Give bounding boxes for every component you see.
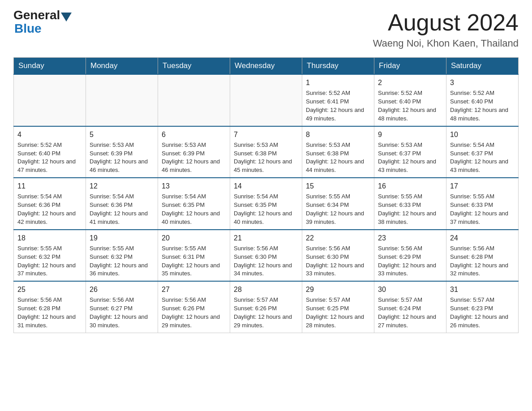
day-info: Sunrise: 5:56 AM — [378, 244, 442, 253]
day-info: Daylight: 12 hours and 48 minutes. — [378, 106, 442, 123]
day-number: 7 — [234, 129, 298, 140]
calendar-cell: 6Sunrise: 5:53 AMSunset: 6:39 PMDaylight… — [158, 126, 230, 178]
header-cell-wednesday: Wednesday — [230, 58, 302, 75]
day-info: Sunset: 6:25 PM — [306, 304, 370, 313]
day-info: Sunset: 6:32 PM — [90, 253, 154, 261]
calendar-cell: 14Sunrise: 5:54 AMSunset: 6:35 PMDayligh… — [230, 178, 302, 230]
day-info: Daylight: 12 hours and 34 minutes. — [234, 261, 298, 278]
day-number: 29 — [306, 284, 370, 295]
calendar-cell: 3Sunrise: 5:52 AMSunset: 6:40 PMDaylight… — [446, 74, 519, 126]
day-info: Daylight: 12 hours and 43 minutes. — [378, 158, 442, 175]
header-row: SundayMondayTuesdayWednesdayThursdayFrid… — [14, 58, 519, 75]
calendar-cell — [158, 74, 230, 126]
day-info: Sunset: 6:33 PM — [378, 201, 442, 210]
day-info: Daylight: 12 hours and 46 minutes. — [162, 158, 226, 175]
calendar-cell: 24Sunrise: 5:56 AMSunset: 6:28 PMDayligh… — [446, 230, 519, 282]
week-row-2: 4Sunrise: 5:52 AMSunset: 6:40 PMDaylight… — [14, 126, 519, 178]
day-info: Daylight: 12 hours and 36 minutes. — [90, 261, 154, 278]
calendar-cell: 27Sunrise: 5:56 AMSunset: 6:26 PMDayligh… — [158, 281, 230, 333]
location-subtitle: Waeng Noi, Khon Kaen, Thailand — [373, 38, 519, 49]
calendar-cell: 15Sunrise: 5:55 AMSunset: 6:34 PMDayligh… — [302, 178, 374, 230]
calendar-cell: 18Sunrise: 5:55 AMSunset: 6:32 PMDayligh… — [14, 230, 86, 282]
calendar-cell: 10Sunrise: 5:54 AMSunset: 6:37 PMDayligh… — [446, 126, 519, 178]
calendar-cell: 13Sunrise: 5:54 AMSunset: 6:35 PMDayligh… — [158, 178, 230, 230]
day-info: Sunrise: 5:52 AM — [450, 89, 515, 98]
header-cell-thursday: Thursday — [302, 58, 374, 75]
day-info: Sunrise: 5:57 AM — [306, 296, 370, 304]
day-info: Daylight: 12 hours and 47 minutes. — [17, 158, 82, 175]
calendar-cell: 17Sunrise: 5:55 AMSunset: 6:33 PMDayligh… — [446, 178, 519, 230]
header-cell-friday: Friday — [374, 58, 446, 75]
logo-general-text: General — [13, 9, 60, 21]
day-info: Sunrise: 5:52 AM — [378, 89, 442, 98]
day-info: Sunrise: 5:55 AM — [90, 244, 154, 253]
day-info: Sunrise: 5:54 AM — [162, 193, 226, 201]
day-info: Daylight: 12 hours and 32 minutes. — [450, 261, 515, 278]
day-info: Sunrise: 5:56 AM — [234, 244, 298, 253]
calendar-cell: 21Sunrise: 5:56 AMSunset: 6:30 PMDayligh… — [230, 230, 302, 282]
day-info: Sunset: 6:40 PM — [450, 98, 515, 106]
calendar-title: August 2024 — [373, 9, 519, 36]
day-info: Sunrise: 5:56 AM — [162, 296, 226, 304]
day-info: Sunrise: 5:55 AM — [306, 193, 370, 201]
day-info: Sunrise: 5:57 AM — [234, 296, 298, 304]
header-cell-sunday: Sunday — [14, 58, 86, 75]
day-number: 12 — [90, 181, 154, 191]
calendar-cell: 30Sunrise: 5:57 AMSunset: 6:24 PMDayligh… — [374, 281, 446, 333]
day-info: Sunrise: 5:54 AM — [90, 193, 154, 201]
calendar-cell: 28Sunrise: 5:57 AMSunset: 6:26 PMDayligh… — [230, 281, 302, 333]
day-info: Sunrise: 5:54 AM — [450, 141, 515, 150]
calendar-cell — [14, 74, 86, 126]
page-header: General Blue August 2024 Waeng Noi, Khon… — [13, 9, 519, 49]
calendar-cell: 22Sunrise: 5:56 AMSunset: 6:30 PMDayligh… — [302, 230, 374, 282]
day-number: 1 — [306, 77, 370, 88]
day-info: Sunset: 6:32 PM — [17, 253, 82, 261]
day-info: Daylight: 12 hours and 46 minutes. — [90, 158, 154, 175]
day-number: 20 — [162, 233, 226, 243]
week-row-4: 18Sunrise: 5:55 AMSunset: 6:32 PMDayligh… — [14, 230, 519, 282]
day-info: Sunset: 6:35 PM — [234, 201, 298, 210]
calendar-cell: 31Sunrise: 5:57 AMSunset: 6:23 PMDayligh… — [446, 281, 519, 333]
day-info: Sunset: 6:27 PM — [90, 304, 154, 313]
day-info: Daylight: 12 hours and 28 minutes. — [306, 313, 370, 330]
calendar-cell: 1Sunrise: 5:52 AMSunset: 6:41 PMDaylight… — [302, 74, 374, 126]
day-info: Sunset: 6:31 PM — [162, 253, 226, 261]
calendar-cell: 26Sunrise: 5:56 AMSunset: 6:27 PMDayligh… — [86, 281, 158, 333]
day-number: 26 — [90, 284, 154, 295]
calendar-cell: 8Sunrise: 5:53 AMSunset: 6:38 PMDaylight… — [302, 126, 374, 178]
calendar-cell — [230, 74, 302, 126]
day-info: Sunset: 6:24 PM — [378, 304, 442, 313]
calendar-body: 1Sunrise: 5:52 AMSunset: 6:41 PMDaylight… — [14, 74, 519, 333]
day-info: Daylight: 12 hours and 33 minutes. — [306, 261, 370, 278]
day-info: Sunset: 6:38 PM — [306, 150, 370, 158]
calendar-cell: 7Sunrise: 5:53 AMSunset: 6:38 PMDaylight… — [230, 126, 302, 178]
day-info: Sunrise: 5:53 AM — [306, 141, 370, 150]
day-number: 23 — [378, 233, 442, 243]
day-info: Daylight: 12 hours and 38 minutes. — [378, 210, 442, 227]
day-info: Sunset: 6:38 PM — [234, 150, 298, 158]
day-info: Daylight: 12 hours and 43 minutes. — [450, 158, 515, 175]
title-area: August 2024 Waeng Noi, Khon Kaen, Thaila… — [373, 9, 519, 49]
day-number: 15 — [306, 181, 370, 191]
calendar-cell: 2Sunrise: 5:52 AMSunset: 6:40 PMDaylight… — [374, 74, 446, 126]
day-info: Sunset: 6:37 PM — [450, 150, 515, 158]
day-info: Sunrise: 5:55 AM — [162, 244, 226, 253]
day-info: Daylight: 12 hours and 49 minutes. — [306, 106, 370, 123]
day-info: Sunrise: 5:53 AM — [90, 141, 154, 150]
day-info: Sunset: 6:40 PM — [378, 98, 442, 106]
day-number: 31 — [450, 284, 515, 295]
logo: General Blue — [13, 9, 73, 35]
calendar-cell: 25Sunrise: 5:56 AMSunset: 6:28 PMDayligh… — [14, 281, 86, 333]
day-info: Sunrise: 5:55 AM — [450, 193, 515, 201]
day-number: 10 — [450, 129, 515, 140]
day-info: Sunset: 6:34 PM — [306, 201, 370, 210]
day-info: Sunset: 6:33 PM — [450, 201, 515, 210]
calendar-table: SundayMondayTuesdayWednesdayThursdayFrid… — [13, 57, 519, 333]
day-number: 2 — [378, 77, 442, 88]
calendar-cell: 16Sunrise: 5:55 AMSunset: 6:33 PMDayligh… — [374, 178, 446, 230]
day-info: Sunrise: 5:56 AM — [306, 244, 370, 253]
day-info: Sunset: 6:37 PM — [378, 150, 442, 158]
calendar-cell — [86, 74, 158, 126]
day-info: Sunset: 6:26 PM — [234, 304, 298, 313]
day-info: Sunrise: 5:57 AM — [450, 296, 515, 304]
